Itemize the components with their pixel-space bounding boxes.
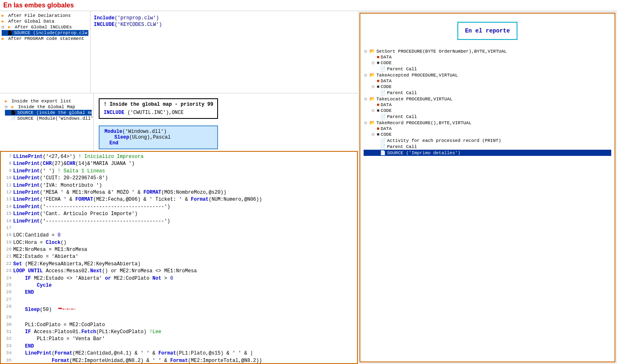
expand-icon: ⊟ <box>364 49 369 54</box>
rt-item-takeaccepted-data[interactable]: ■ DATA <box>364 78 611 84</box>
rt-item-takelocate-data[interactable]: ■ DATA <box>364 102 611 108</box>
expand-icon: ⊟ <box>372 84 376 89</box>
doc-icon: 📄 <box>380 66 386 72</box>
module-box: Module('Windows.dll') Sleep(ULong),Pasca… <box>99 125 218 149</box>
global-map-comment: ! Inside the global map - priority 99 <box>104 102 213 107</box>
code-icon: ■ <box>377 60 380 65</box>
not-keyword: Not <box>152 276 161 281</box>
expand-icon: ⊟ <box>364 121 369 125</box>
table-row: 35 Format(ME2:ImporteUnidad,@N8.2) & ' '… <box>2 357 357 364</box>
expand-icon <box>372 55 376 60</box>
tree-item-source-global[interactable]: 📄 SOURCE (inside the global map - priori… <box>5 110 92 116</box>
rt-item-takelocate-code[interactable]: ⊟ ■ CODE <box>364 108 611 114</box>
minus-icon: ⊟ <box>5 104 11 109</box>
rt-item-takerecord-activity[interactable]: 📄 Activity for each processed record (PR… <box>364 137 611 144</box>
expand-icon: ⊟ <box>372 132 376 137</box>
table-row: 22 Set (ME2:KeyMesaAbierta,ME2:KeyMesaAb… <box>2 261 357 268</box>
include-line-2: INCLUDE('KEYCODES.CLW') <box>94 22 355 28</box>
data-icon: ■ <box>377 102 380 107</box>
top-header: En las embes globales <box>0 0 617 11</box>
report-header-box: En el reporte <box>457 22 517 40</box>
rt-item-takelocate[interactable]: ⊟ 📂 TakeLocate PROCEDURE,VIRTUAL <box>364 96 611 102</box>
global-map-box: ! Inside the global map - priority 99 IN… <box>99 98 218 119</box>
tree-item-source-module[interactable]: 📄 SOURCE (Module('Windows.dll')) <box>5 116 92 121</box>
rt-item-setsort-data[interactable]: ■ DATA <box>364 54 611 60</box>
clock-fn: Clock <box>46 240 60 246</box>
include-line-1: Include('prnprop.clw') <box>94 15 355 21</box>
table-row: 30 PL1:CodPlato = ME2:CodPlato <box>2 322 357 329</box>
table-row: 18 LOC:Cantidad = 0 <box>2 232 357 239</box>
rt-item-takerecord-source[interactable]: 📄 SOURCE ('Imprimo detalles') <box>364 150 611 156</box>
table-row: 26 END <box>2 289 357 296</box>
table-row: 7 LLinePrint('<27,64>') ! Inicializo Imp… <box>2 153 357 160</box>
rt-item-setsort-parent[interactable]: 📄 Parent Call <box>364 66 611 72</box>
table-row: 19 LOC:Hora = Clock() <box>2 239 357 246</box>
arrow-icon: ▶ <box>2 36 7 41</box>
table-row: 29 <box>2 314 357 321</box>
tree-item-after-program[interactable]: ▶ After PROGRAM code statement <box>2 36 88 42</box>
table-row: 8 LinePrint(CHR(27)&CHR(14)&'MARIA JUANA… <box>2 160 357 167</box>
expand-icon <box>372 127 376 131</box>
table-row: 24 IF ME2:Estado <> 'Abierta' or ME2:Cod… <box>2 275 357 282</box>
tree-item-after-global-includes[interactable]: ⊟ ▶ After Global INCLUDEs <box>2 24 88 30</box>
table-row: 15 LinePrint('Cant. Articulo Precio Impo… <box>2 211 357 218</box>
module-line3: End <box>104 140 212 146</box>
table-row: 27 <box>2 297 357 304</box>
rt-item-setsort[interactable]: ⊟ 📂 SetSort PROCEDURE(BYTE OrderNumber),… <box>364 48 611 54</box>
expand-icon: ⊟ <box>372 60 376 65</box>
rt-item-takelocate-parent[interactable]: 📄 Parent Call <box>364 114 611 120</box>
table-row: 11 LinePrint('IVA: Monotributo ') <box>2 182 357 189</box>
expand-icon: ⊟ <box>364 97 369 102</box>
minus-icon: ⊟ <box>2 25 7 30</box>
expand-icon: ⊟ <box>372 108 376 113</box>
table-row: 14 LinePrint('--------------------------… <box>2 204 357 211</box>
rt-item-takerecord-parent[interactable]: 📄 Parent Call <box>364 144 611 150</box>
red-arrow: ➡←←← <box>58 305 76 313</box>
doc-icon: 📄 <box>380 144 386 149</box>
table-row: 31 IF Access:Platos01.Fetch(PL1:KeyCodPl… <box>2 329 357 336</box>
right-panel: En el reporte ⊟ 📂 SetSort PROCEDURE(BYTE… <box>360 13 615 362</box>
table-row: 20 ME2:NroMesa = ME1:NroMesa <box>2 246 357 253</box>
left-tree-bottom: ▶ Inside the export list ⊟ ▶ Inside the … <box>3 93 94 151</box>
rt-item-takeaccepted-code[interactable]: ⊟ ■ CODE <box>364 84 611 90</box>
table-row: 12 LinePrint('MESA ' & ME1:NroMesa &' MO… <box>2 189 357 196</box>
folder-icon: 📂 <box>369 96 375 102</box>
rt-item-takerecord[interactable]: ⊟ 📂 TakeRecord PROCEDURE(),BYTE,VIRTUAL <box>364 120 611 126</box>
tree-item-source-include[interactable]: 📄 SOURCE (include(prnprop.clw)) <box>2 30 88 36</box>
rt-item-setsort-code[interactable]: ⊟ ■ CODE <box>364 60 611 66</box>
tree-item-inside-export[interactable]: ▶ Inside the export list <box>5 98 92 104</box>
rt-item-takeaccepted-parent[interactable]: 📄 Parent Call <box>364 90 611 96</box>
folder-icon: 📂 <box>369 120 375 125</box>
table-row: 9 LinePrint(' ') ! Salta 1 Lineas <box>2 168 357 175</box>
table-row: 25 Cycle <box>2 282 357 289</box>
sleep-fn: Sleep <box>25 307 40 313</box>
tree-item-after-global-data[interactable]: ▶ After Global Data <box>2 19 88 24</box>
doc-icon: 📄 <box>7 30 13 35</box>
global-map-code: INCLUDE ('CWUTIL.INC'),ONCE <box>104 110 213 116</box>
rt-item-takerecord-data[interactable]: ■ DATA <box>364 126 611 132</box>
left-tree-top: ▶ After File Declarations ▶ After Global… <box>0 11 90 93</box>
tree-item-inside-global-map[interactable]: ⊟ ▶ Inside the Global Map <box>5 104 92 110</box>
rt-item-takeaccepted[interactable]: ⊟ 📂 TakeAccepted PROCEDURE,VIRTUAL <box>364 72 611 78</box>
tree-item-after-file[interactable]: ▶ After File Declarations <box>2 13 88 19</box>
code-icon: ■ <box>377 132 380 137</box>
include-code-panel: Include('prnprop.clw') INCLUDE('KEYCODES… <box>90 11 358 93</box>
table-row: 32 PL1:Plato = 'Venta Bar' <box>2 336 357 343</box>
expand-icon <box>372 103 376 107</box>
arrow-icon: ▶ <box>12 104 17 109</box>
doc-icon: 📄 <box>11 116 16 121</box>
rt-item-takerecord-code[interactable]: ⊟ ■ CODE <box>364 132 611 137</box>
content-area: ▶ After File Declarations ▶ After Global… <box>0 11 617 364</box>
top-left-section: ▶ After File Declarations ▶ After Global… <box>0 11 358 93</box>
expand-icon: ⊟ <box>364 73 369 78</box>
arrow-icon: ▶ <box>5 99 11 104</box>
page-title: En las embes globales <box>3 2 74 9</box>
doc-icon: 📄 <box>380 90 386 95</box>
table-row: 13 LinePrint('FECHA ' & FORMAT(ME2:Fecha… <box>2 196 357 203</box>
doc-icon: 📄 <box>380 138 386 143</box>
data-icon: ■ <box>377 79 380 83</box>
arrow-icon: ▶ <box>2 13 7 18</box>
arrow-icon: ▶ <box>2 19 7 24</box>
folder-icon: 📂 <box>369 49 375 54</box>
doc-icon: 📄 <box>380 114 386 119</box>
